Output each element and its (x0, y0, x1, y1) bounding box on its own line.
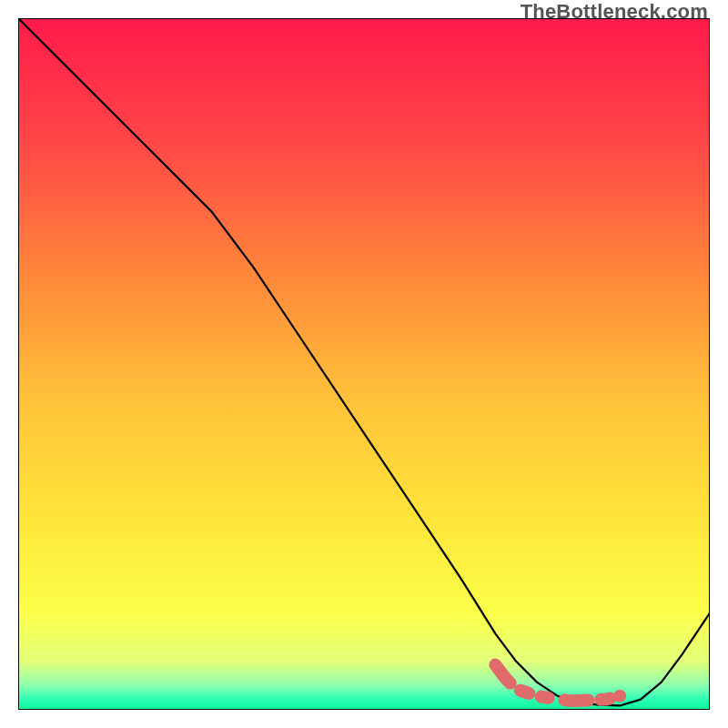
chart-frame: TheBottleneck.com (0, 0, 728, 728)
highlight-end-dot (613, 690, 626, 703)
chart-svg (18, 18, 710, 710)
plot-area (18, 18, 710, 710)
